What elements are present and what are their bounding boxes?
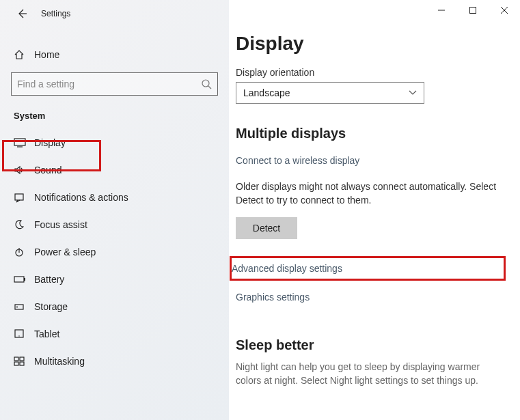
moon-icon xyxy=(14,219,25,230)
sleep-better-title: Sleep better xyxy=(236,337,504,353)
close-icon xyxy=(501,7,508,14)
sidebar-item-label: Sound xyxy=(34,165,61,176)
sidebar-item-label: Focus assist xyxy=(34,219,87,230)
sidebar-item-tablet[interactable]: Tablet xyxy=(0,320,229,348)
sidebar-item-focus-assist[interactable]: Focus assist xyxy=(0,211,229,238)
search-icon xyxy=(201,79,212,89)
sidebar-item-display[interactable]: Display xyxy=(0,129,229,156)
maximize-icon xyxy=(469,7,476,14)
orientation-value: Landscape xyxy=(243,87,290,98)
sidebar-item-storage[interactable]: Storage xyxy=(0,293,229,320)
svg-rect-15 xyxy=(20,357,24,361)
page-title: Display xyxy=(236,33,504,55)
content: Display Display orientation Landscape Mu… xyxy=(229,0,520,387)
battery-icon xyxy=(14,275,26,283)
search-input[interactable] xyxy=(11,72,218,96)
home-label: Home xyxy=(34,49,59,60)
storage-icon xyxy=(14,301,25,312)
svg-rect-19 xyxy=(470,8,476,14)
minimize-icon xyxy=(438,7,445,14)
sidebar: Settings Home System Display Sound xyxy=(0,0,229,420)
svg-rect-16 xyxy=(14,362,18,365)
svg-rect-8 xyxy=(14,277,24,282)
back-button[interactable] xyxy=(14,5,30,22)
sidebar-item-label: Multitasking xyxy=(34,356,85,367)
multiple-displays-title: Multiple displays xyxy=(236,126,504,141)
sidebar-item-label: Display xyxy=(34,137,66,148)
home-icon xyxy=(14,49,25,60)
sidebar-item-label: Power & sleep xyxy=(34,247,96,257)
speaker-icon xyxy=(14,165,25,176)
power-icon xyxy=(14,247,25,257)
svg-rect-17 xyxy=(20,362,24,365)
sidebar-item-power-sleep[interactable]: Power & sleep xyxy=(0,238,229,266)
svg-point-13 xyxy=(18,335,19,336)
sidebar-item-notifications[interactable]: Notifications & actions xyxy=(0,184,229,211)
chevron-down-icon xyxy=(409,90,417,96)
svg-rect-10 xyxy=(15,305,23,309)
detect-button[interactable]: Detect xyxy=(236,217,297,239)
svg-rect-3 xyxy=(14,139,25,145)
minimize-button[interactable] xyxy=(426,0,457,20)
detect-hint: Older displays might not always connect … xyxy=(236,180,504,208)
window-title: Settings xyxy=(41,9,70,18)
sidebar-item-multitasking[interactable]: Multitasking xyxy=(0,348,229,375)
sidebar-item-label: Tablet xyxy=(34,328,59,339)
titlebar-controls xyxy=(426,0,520,20)
tablet-icon xyxy=(14,329,25,339)
svg-line-2 xyxy=(208,86,211,89)
notification-icon xyxy=(14,192,25,203)
advanced-display-link[interactable]: Advanced display settings xyxy=(232,258,504,279)
home-nav[interactable]: Home xyxy=(0,42,229,67)
multitasking-icon xyxy=(14,356,25,366)
sleep-better-text: Night light can help you get to sleep by… xyxy=(236,360,504,388)
close-button[interactable] xyxy=(489,0,520,20)
graphics-settings-link[interactable]: Graphics settings xyxy=(236,287,504,307)
sidebar-item-sound[interactable]: Sound xyxy=(0,156,229,184)
orientation-label: Display orientation xyxy=(236,67,504,78)
search-field[interactable] xyxy=(17,79,201,89)
orientation-dropdown[interactable]: Landscape xyxy=(236,82,424,104)
category-header: System xyxy=(0,96,229,129)
monitor-icon xyxy=(14,138,26,148)
nav-list: Display Sound Notifications & actions Fo… xyxy=(0,129,229,375)
wireless-display-link[interactable]: Connect to a wireless display xyxy=(236,155,359,166)
svg-point-11 xyxy=(16,307,18,308)
arrow-left-icon xyxy=(16,8,27,19)
svg-rect-9 xyxy=(24,278,25,281)
svg-rect-14 xyxy=(14,357,18,361)
sidebar-item-label: Storage xyxy=(34,301,68,312)
main-area: Display Display orientation Landscape Mu… xyxy=(229,0,520,420)
sidebar-item-label: Notifications & actions xyxy=(34,192,128,203)
svg-point-1 xyxy=(202,80,209,87)
maximize-button[interactable] xyxy=(457,0,489,20)
sidebar-item-label: Battery xyxy=(34,274,64,285)
sidebar-item-battery[interactable]: Battery xyxy=(0,266,229,293)
titlebar: Settings xyxy=(0,0,229,27)
svg-rect-5 xyxy=(15,194,23,200)
